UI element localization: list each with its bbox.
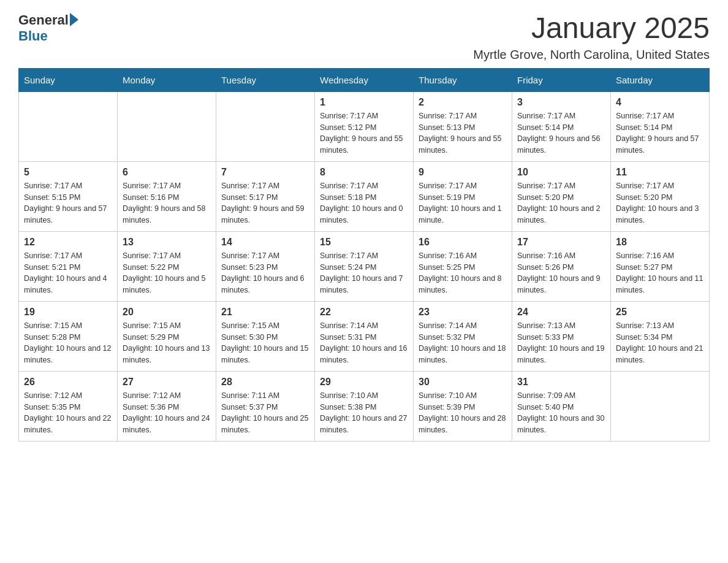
- day-info: Sunrise: 7:17 AMSunset: 5:22 PMDaylight:…: [123, 250, 211, 296]
- day-number: 24: [517, 307, 605, 318]
- day-info: Sunrise: 7:17 AMSunset: 5:17 PMDaylight:…: [221, 180, 309, 226]
- calendar-table: SundayMondayTuesdayWednesdayThursdayFrid…: [18, 68, 710, 442]
- day-number: 16: [419, 237, 507, 248]
- calendar-cell: [611, 371, 710, 441]
- logo-triangle-icon: [70, 13, 78, 26]
- title-section: January 2025 Myrtle Grove, North Carolin…: [473, 12, 710, 62]
- day-info: Sunrise: 7:17 AMSunset: 5:13 PMDaylight:…: [419, 110, 507, 156]
- day-number: 13: [123, 237, 211, 248]
- calendar-cell: 6Sunrise: 7:17 AMSunset: 5:16 PMDaylight…: [118, 161, 216, 231]
- day-number: 25: [616, 307, 704, 318]
- day-number: 20: [123, 307, 211, 318]
- calendar-cell: 5Sunrise: 7:17 AMSunset: 5:15 PMDaylight…: [19, 161, 118, 231]
- day-number: 19: [24, 307, 112, 318]
- day-info: Sunrise: 7:17 AMSunset: 5:15 PMDaylight:…: [24, 180, 112, 226]
- day-info: Sunrise: 7:13 AMSunset: 5:33 PMDaylight:…: [517, 320, 605, 366]
- day-info: Sunrise: 7:17 AMSunset: 5:21 PMDaylight:…: [24, 250, 112, 296]
- day-number: 21: [221, 307, 309, 318]
- calendar-cell: 11Sunrise: 7:17 AMSunset: 5:20 PMDayligh…: [611, 161, 710, 231]
- calendar-week-row: 19Sunrise: 7:15 AMSunset: 5:28 PMDayligh…: [19, 301, 710, 371]
- day-number: 29: [320, 377, 408, 388]
- calendar-cell: 30Sunrise: 7:10 AMSunset: 5:39 PMDayligh…: [414, 371, 512, 441]
- calendar-cell: 29Sunrise: 7:10 AMSunset: 5:38 PMDayligh…: [315, 371, 414, 441]
- day-number: 30: [419, 377, 507, 388]
- logo-general-text: General: [18, 12, 69, 28]
- day-info: Sunrise: 7:15 AMSunset: 5:29 PMDaylight:…: [123, 320, 211, 366]
- day-number: 9: [419, 167, 507, 178]
- calendar-cell: 8Sunrise: 7:17 AMSunset: 5:18 PMDaylight…: [315, 161, 414, 231]
- calendar-cell: 31Sunrise: 7:09 AMSunset: 5:40 PMDayligh…: [512, 371, 611, 441]
- calendar-cell: [216, 91, 315, 161]
- day-number: 11: [616, 167, 704, 178]
- day-number: 2: [419, 97, 507, 108]
- calendar-cell: 19Sunrise: 7:15 AMSunset: 5:28 PMDayligh…: [19, 301, 118, 371]
- calendar-cell: 22Sunrise: 7:14 AMSunset: 5:31 PMDayligh…: [315, 301, 414, 371]
- calendar-header-monday: Monday: [118, 68, 216, 91]
- calendar-cell: 17Sunrise: 7:16 AMSunset: 5:26 PMDayligh…: [512, 231, 611, 301]
- day-number: 14: [221, 237, 309, 248]
- logo: General Blue: [18, 12, 78, 44]
- day-info: Sunrise: 7:17 AMSunset: 5:19 PMDaylight:…: [419, 180, 507, 226]
- calendar-week-row: 1Sunrise: 7:17 AMSunset: 5:12 PMDaylight…: [19, 91, 710, 161]
- day-info: Sunrise: 7:12 AMSunset: 5:36 PMDaylight:…: [123, 390, 211, 436]
- day-number: 17: [517, 237, 605, 248]
- day-info: Sunrise: 7:17 AMSunset: 5:18 PMDaylight:…: [320, 180, 408, 226]
- day-info: Sunrise: 7:10 AMSunset: 5:38 PMDaylight:…: [320, 390, 408, 436]
- day-info: Sunrise: 7:15 AMSunset: 5:30 PMDaylight:…: [221, 320, 309, 366]
- day-info: Sunrise: 7:17 AMSunset: 5:23 PMDaylight:…: [221, 250, 309, 296]
- day-number: 1: [320, 97, 408, 108]
- day-info: Sunrise: 7:09 AMSunset: 5:40 PMDaylight:…: [517, 390, 605, 436]
- calendar-cell: 13Sunrise: 7:17 AMSunset: 5:22 PMDayligh…: [118, 231, 216, 301]
- day-info: Sunrise: 7:17 AMSunset: 5:16 PMDaylight:…: [123, 180, 211, 226]
- day-number: 7: [221, 167, 309, 178]
- calendar-cell: 23Sunrise: 7:14 AMSunset: 5:32 PMDayligh…: [414, 301, 512, 371]
- day-number: 5: [24, 167, 112, 178]
- calendar-header-row: SundayMondayTuesdayWednesdayThursdayFrid…: [19, 68, 710, 91]
- day-info: Sunrise: 7:15 AMSunset: 5:28 PMDaylight:…: [24, 320, 112, 366]
- day-number: 18: [616, 237, 704, 248]
- calendar-cell: 28Sunrise: 7:11 AMSunset: 5:37 PMDayligh…: [216, 371, 315, 441]
- day-number: 22: [320, 307, 408, 318]
- calendar-header-wednesday: Wednesday: [315, 68, 414, 91]
- day-info: Sunrise: 7:17 AMSunset: 5:14 PMDaylight:…: [616, 110, 704, 156]
- calendar-cell: 1Sunrise: 7:17 AMSunset: 5:12 PMDaylight…: [315, 91, 414, 161]
- day-number: 28: [221, 377, 309, 388]
- calendar-cell: 18Sunrise: 7:16 AMSunset: 5:27 PMDayligh…: [611, 231, 710, 301]
- calendar-header-tuesday: Tuesday: [216, 68, 315, 91]
- location-title: Myrtle Grove, North Carolina, United Sta…: [473, 48, 710, 62]
- calendar-header-sunday: Sunday: [19, 68, 118, 91]
- day-info: Sunrise: 7:17 AMSunset: 5:14 PMDaylight:…: [517, 110, 605, 156]
- day-number: 27: [123, 377, 211, 388]
- day-info: Sunrise: 7:12 AMSunset: 5:35 PMDaylight:…: [24, 390, 112, 436]
- calendar-cell: 9Sunrise: 7:17 AMSunset: 5:19 PMDaylight…: [414, 161, 512, 231]
- day-info: Sunrise: 7:10 AMSunset: 5:39 PMDaylight:…: [419, 390, 507, 436]
- day-info: Sunrise: 7:11 AMSunset: 5:37 PMDaylight:…: [221, 390, 309, 436]
- day-info: Sunrise: 7:17 AMSunset: 5:24 PMDaylight:…: [320, 250, 408, 296]
- day-number: 23: [419, 307, 507, 318]
- calendar-week-row: 26Sunrise: 7:12 AMSunset: 5:35 PMDayligh…: [19, 371, 710, 441]
- calendar-cell: [19, 91, 118, 161]
- calendar-cell: 26Sunrise: 7:12 AMSunset: 5:35 PMDayligh…: [19, 371, 118, 441]
- page-header: General Blue January 2025 Myrtle Grove, …: [18, 12, 710, 62]
- calendar-cell: 25Sunrise: 7:13 AMSunset: 5:34 PMDayligh…: [611, 301, 710, 371]
- calendar-cell: 15Sunrise: 7:17 AMSunset: 5:24 PMDayligh…: [315, 231, 414, 301]
- calendar-cell: 10Sunrise: 7:17 AMSunset: 5:20 PMDayligh…: [512, 161, 611, 231]
- calendar-header-friday: Friday: [512, 68, 611, 91]
- calendar-cell: 4Sunrise: 7:17 AMSunset: 5:14 PMDaylight…: [611, 91, 710, 161]
- day-number: 4: [616, 97, 704, 108]
- calendar-week-row: 12Sunrise: 7:17 AMSunset: 5:21 PMDayligh…: [19, 231, 710, 301]
- calendar-cell: 12Sunrise: 7:17 AMSunset: 5:21 PMDayligh…: [19, 231, 118, 301]
- calendar-cell: 2Sunrise: 7:17 AMSunset: 5:13 PMDaylight…: [414, 91, 512, 161]
- calendar-cell: 16Sunrise: 7:16 AMSunset: 5:25 PMDayligh…: [414, 231, 512, 301]
- calendar-cell: 14Sunrise: 7:17 AMSunset: 5:23 PMDayligh…: [216, 231, 315, 301]
- day-number: 26: [24, 377, 112, 388]
- logo-blue-text: Blue: [18, 28, 48, 44]
- day-number: 10: [517, 167, 605, 178]
- calendar-header-saturday: Saturday: [611, 68, 710, 91]
- calendar-week-row: 5Sunrise: 7:17 AMSunset: 5:15 PMDaylight…: [19, 161, 710, 231]
- calendar-cell: 7Sunrise: 7:17 AMSunset: 5:17 PMDaylight…: [216, 161, 315, 231]
- day-info: Sunrise: 7:17 AMSunset: 5:20 PMDaylight:…: [517, 180, 605, 226]
- day-info: Sunrise: 7:14 AMSunset: 5:32 PMDaylight:…: [419, 320, 507, 366]
- day-number: 31: [517, 377, 605, 388]
- day-number: 8: [320, 167, 408, 178]
